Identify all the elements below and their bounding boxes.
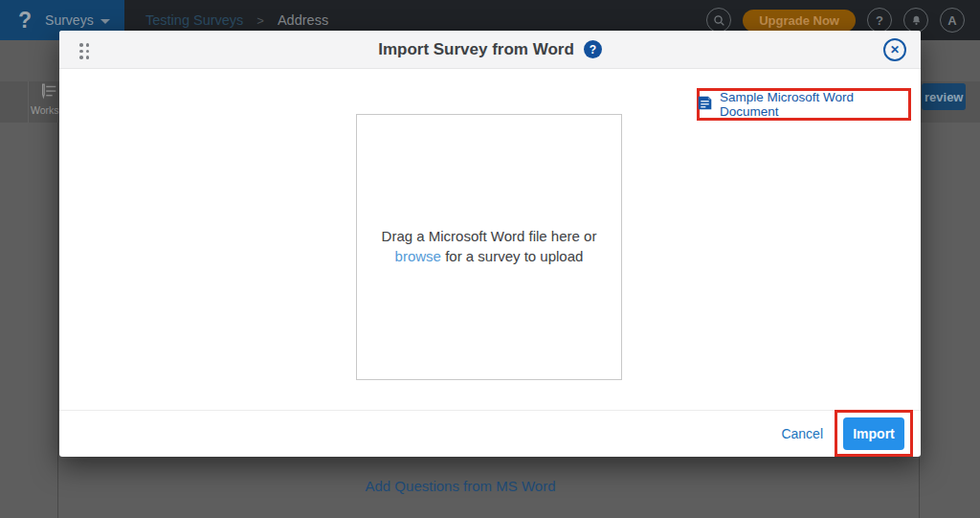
close-icon[interactable]: ✕ [883, 38, 906, 61]
modal-body: Sample Microsoft Word Document Drag a Mi… [59, 69, 921, 410]
proprofs-logo-icon: ? [18, 8, 32, 34]
import-survey-modal: Import Survey from Word ? ✕ Sample Micro… [59, 31, 921, 457]
dropzone-instructions: Drag a Microsoft Word file here or brows… [382, 227, 597, 266]
word-document-icon [697, 95, 713, 114]
title-help-icon[interactable]: ? [584, 40, 602, 58]
modal-header: Import Survey from Word ? ✕ [59, 31, 921, 69]
modal-title: Import Survey from Word [378, 40, 574, 59]
avatar[interactable]: A [940, 8, 965, 33]
cancel-button[interactable]: Cancel [781, 411, 823, 457]
upgrade-now-button[interactable]: Upgrade Now [743, 10, 856, 32]
modal-footer: Cancel Import [59, 410, 921, 457]
breadcrumb-separator: > [256, 13, 264, 28]
import-button[interactable]: Import [843, 417, 904, 450]
modal-title-wrap: Import Survey from Word ? [59, 31, 921, 68]
bell-icon[interactable] [903, 8, 928, 33]
navbar-actions: Upgrade Now ? A [706, 8, 965, 33]
help-icon[interactable]: ? [867, 8, 892, 33]
chevron-down-icon[interactable] [100, 19, 110, 24]
dropzone-line2: for a survey to upload [441, 248, 583, 264]
dropzone-line1: Drag a Microsoft Word file here or [382, 228, 597, 244]
pencil-list-icon [38, 81, 59, 106]
sample-link-label: Sample Microsoft Word Document [720, 90, 911, 119]
surveys-menu[interactable]: Surveys [45, 12, 94, 28]
breadcrumb-current: Address [278, 12, 328, 28]
file-dropzone[interactable]: Drag a Microsoft Word file here or brows… [356, 114, 622, 380]
breadcrumb-parent-link[interactable]: Testing Surveys [145, 12, 243, 28]
preview-button[interactable]: review [922, 83, 966, 110]
app-background: ? Surveys Testing Surveys > Address Upgr… [0, 0, 980, 518]
search-icon[interactable] [706, 8, 731, 33]
add-questions-ms-word-link[interactable]: Add Questions from MS Word [0, 478, 921, 494]
browse-link[interactable]: browse [395, 248, 441, 264]
sample-word-document-link[interactable]: Sample Microsoft Word Document [697, 88, 911, 121]
